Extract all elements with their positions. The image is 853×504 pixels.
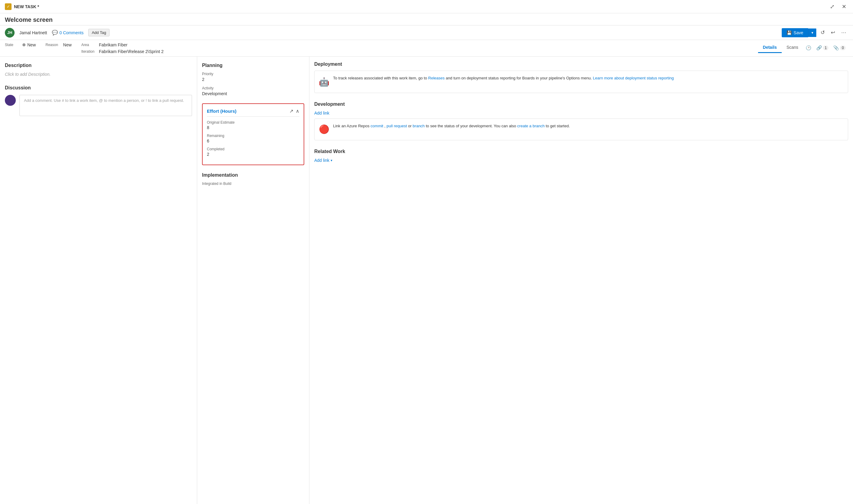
- area-label: Area: [81, 43, 97, 47]
- middle-panel: Planning Priority 2 Activity Development…: [197, 57, 309, 504]
- save-button-group: 💾 Save ▾: [782, 28, 816, 37]
- tabs-row: Details Scans 🕑 🔗 1 📎 0: [758, 42, 848, 53]
- activity-value: Development: [202, 91, 304, 96]
- tab-links[interactable]: 🔗 1: [814, 43, 831, 52]
- deployment-box: 🤖 To track releases associated with this…: [314, 71, 848, 93]
- state-value: New: [27, 42, 36, 47]
- branch-link[interactable]: branch: [413, 124, 425, 128]
- effort-expand-button[interactable]: ↗: [290, 108, 293, 114]
- comments-button[interactable]: 💬 0 Comments: [52, 30, 83, 35]
- comment-input[interactable]: Add a comment. Use # to link a work item…: [19, 95, 192, 116]
- chevron-down-icon: ▾: [331, 159, 332, 162]
- iteration-field-row: Iteration Fabrikam Fiber\Release 2\Sprin…: [81, 49, 163, 54]
- save-dropdown-button[interactable]: ▾: [808, 29, 816, 37]
- right-panel: Deployment 🤖 To track releases associate…: [309, 57, 853, 504]
- window-title: NEW TASK *: [14, 4, 39, 9]
- completed-value: 2: [207, 152, 299, 157]
- planning-section-title: Planning: [202, 63, 304, 68]
- dev-description: Link an Azure Repos commit , pull reques…: [333, 123, 570, 129]
- pull-request-link[interactable]: pull request: [386, 124, 407, 128]
- create-branch-link[interactable]: create a branch: [517, 124, 544, 128]
- fields-row: State New Reason New Area Fabrikam Fiber…: [0, 40, 853, 57]
- tab-history[interactable]: 🕑: [803, 43, 814, 52]
- tab-scans[interactable]: Scans: [782, 42, 803, 53]
- toolbar-right: 💾 Save ▾ ↺ ↩ ⋯: [782, 28, 848, 37]
- description-placeholder[interactable]: Click to add Description.: [5, 72, 192, 77]
- priority-label: Priority: [202, 72, 304, 76]
- links-badge: 1: [823, 46, 829, 50]
- state-value-group: New: [22, 42, 36, 47]
- deployment-section: Deployment 🤖 To track releases associate…: [314, 61, 848, 93]
- related-work-add-link-button[interactable]: Add link ▾: [314, 158, 332, 163]
- related-add-link-label: Add link: [314, 158, 329, 163]
- left-panel: Description Click to add Description. Di…: [0, 57, 197, 504]
- effort-header-actions: ↗ ∧: [290, 108, 299, 114]
- discussion-section: Discussion Add a comment. Use # to link …: [5, 85, 192, 116]
- tab-details[interactable]: Details: [758, 42, 782, 53]
- state-label: State: [5, 43, 20, 47]
- iteration-value: Fabrikam Fiber\Release 2\Sprint 2: [99, 49, 163, 54]
- area-iteration-group: Area Fabrikam Fiber Iteration Fabrikam F…: [81, 42, 163, 54]
- maximize-button[interactable]: ⤢: [828, 3, 836, 11]
- main-content: Description Click to add Description. Di…: [0, 57, 853, 504]
- page-title: Welcome screen: [5, 16, 53, 23]
- save-button[interactable]: 💾 Save: [782, 28, 808, 37]
- undo-button[interactable]: ↩: [829, 28, 837, 37]
- remaining-field: Remaining 6: [207, 134, 299, 143]
- remaining-value: 6: [207, 139, 299, 143]
- effort-box: Effort (Hours) ↗ ∧ Original Estimate 8 R…: [202, 103, 304, 165]
- planning-section: Planning Priority 2 Activity Development: [202, 63, 304, 96]
- priority-field: Priority 2: [202, 72, 304, 82]
- effort-collapse-button[interactable]: ∧: [296, 108, 299, 114]
- username: Jamal Hartnett: [19, 30, 47, 35]
- related-work-section-title: Related Work: [314, 149, 848, 154]
- description-section-title: Description: [5, 63, 192, 68]
- integrated-in-build-label: Integrated in Build: [202, 182, 304, 186]
- deployment-section-title: Deployment: [314, 61, 848, 67]
- refresh-button[interactable]: ↺: [819, 28, 826, 37]
- development-box: 🔴 Link an Azure Repos commit , pull requ…: [314, 119, 848, 140]
- comment-icon: 💬: [52, 30, 58, 35]
- original-estimate-field: Original Estimate 8: [207, 120, 299, 130]
- comment-avatar: [5, 95, 16, 106]
- development-section-title: Development: [314, 102, 848, 107]
- development-add-link-button[interactable]: Add link: [314, 111, 329, 115]
- original-estimate-label: Original Estimate: [207, 120, 299, 125]
- comments-count: 0 Comments: [59, 30, 83, 35]
- tab-attachments[interactable]: 📎 0: [831, 43, 848, 52]
- learn-more-link[interactable]: Learn more about deployment status repor…: [593, 76, 674, 80]
- completed-field: Completed 2: [207, 147, 299, 157]
- title-bar: NEW TASK * ⤢ ✕: [0, 0, 853, 13]
- toolbar: JH Jamal Hartnett 💬 0 Comments Add Tag 💾…: [0, 25, 853, 40]
- history-icon: 🕑: [806, 45, 812, 51]
- deployment-icon: 🤖: [319, 76, 329, 89]
- attachments-icon: 📎: [833, 45, 839, 51]
- priority-value: 2: [202, 77, 304, 82]
- state-field-group: State New: [5, 42, 36, 47]
- remaining-label: Remaining: [207, 134, 299, 138]
- add-tag-button[interactable]: Add Tag: [88, 29, 109, 36]
- area-field-row: Area Fabrikam Fiber: [81, 42, 163, 47]
- releases-link[interactable]: Releases: [428, 76, 445, 80]
- activity-field: Activity Development: [202, 86, 304, 96]
- original-estimate-value: 8: [207, 125, 299, 130]
- activity-label: Activity: [202, 86, 304, 90]
- related-work-section: Related Work Add link ▾: [314, 149, 848, 163]
- reason-field-group: Reason New: [46, 42, 72, 47]
- iteration-label: Iteration: [81, 49, 97, 54]
- effort-header: Effort (Hours) ↗ ∧: [207, 108, 299, 117]
- reason-label: Reason: [46, 43, 61, 47]
- completed-label: Completed: [207, 147, 299, 151]
- effort-title: Effort (Hours): [207, 108, 237, 114]
- avatar: JH: [5, 28, 15, 38]
- more-options-button[interactable]: ⋯: [839, 28, 848, 37]
- close-button[interactable]: ✕: [840, 3, 848, 11]
- azure-repos-icon: 🔴: [319, 123, 329, 136]
- title-bar-right: ⤢ ✕: [828, 3, 848, 11]
- attachments-badge: 0: [840, 46, 846, 50]
- title-bar-left: NEW TASK *: [5, 3, 39, 10]
- page-title-row: Welcome screen: [0, 13, 853, 25]
- task-icon: [5, 3, 12, 10]
- toolbar-left: JH Jamal Hartnett 💬 0 Comments Add Tag: [5, 28, 109, 38]
- commit-link[interactable]: commit: [371, 124, 383, 128]
